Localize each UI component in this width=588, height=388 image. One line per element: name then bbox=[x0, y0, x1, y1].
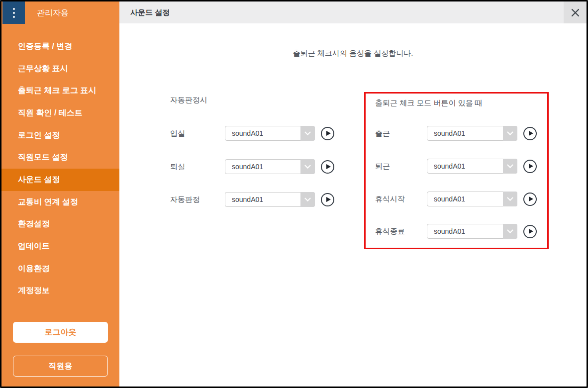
sound-select-clock-out[interactable]: soundA01 bbox=[427, 159, 517, 174]
sidebar: 관리자용 인증등록 / 변경 근무상황 표시 출퇴근 체크 로그 표시 직원 확… bbox=[1, 1, 119, 387]
close-icon bbox=[571, 8, 580, 17]
sound-select-auto-judge[interactable]: soundA01 bbox=[225, 192, 315, 207]
row-label: 입실 bbox=[170, 129, 225, 138]
sidebar-item-auth-register[interactable]: 인증등록 / 변경 bbox=[1, 35, 119, 58]
play-button-exit[interactable] bbox=[321, 160, 334, 174]
play-button-clock-out[interactable] bbox=[523, 160, 537, 173]
menu-button[interactable] bbox=[2, 1, 25, 24]
mode-section-title: 출퇴근 체크 모드 버튼이 있을 때 bbox=[375, 98, 483, 108]
sound-row-exit: 퇴실 soundA01 bbox=[170, 159, 334, 174]
sidebar-item-work-status[interactable]: 근무상황 표시 bbox=[1, 58, 119, 80]
play-icon bbox=[529, 229, 533, 234]
sidebar-item-staff-test[interactable]: 직원 확인 / 테스트 bbox=[1, 102, 119, 124]
sidebar-item-login-settings[interactable]: 로그인 설정 bbox=[1, 124, 119, 147]
highlight-box: 출퇴근 체크 모드 버튼이 있을 때 출근 soundA01 퇴근 soundA… bbox=[364, 92, 549, 249]
play-button-break-end[interactable] bbox=[523, 225, 537, 238]
play-button-auto-judge[interactable] bbox=[321, 193, 334, 206]
play-icon bbox=[326, 131, 331, 136]
play-icon bbox=[326, 164, 331, 169]
panel-titlebar: 사운드 설정 bbox=[119, 1, 587, 23]
play-icon bbox=[529, 164, 533, 169]
chevron-down-icon bbox=[300, 126, 315, 141]
sound-select-break-start[interactable]: soundA01 bbox=[427, 192, 517, 206]
sidebar-item-staff-mode-settings[interactable]: 직원모드 설정 bbox=[1, 146, 119, 169]
sound-row-auto-judge: 자동판정 soundA01 bbox=[170, 192, 334, 207]
chevron-down-icon bbox=[503, 224, 517, 239]
close-button[interactable] bbox=[564, 1, 587, 23]
sidebar-item-usage-environment[interactable]: 이용환경 bbox=[1, 258, 119, 280]
sound-select-exit[interactable]: soundA01 bbox=[225, 159, 315, 174]
sidebar-item-environment-settings[interactable]: 환경설정 bbox=[1, 213, 119, 236]
description-text: 출퇴근 체크시의 음성을 설정합니다. bbox=[119, 49, 587, 58]
sidebar-nav: 인증등록 / 변경 근무상황 표시 출퇴근 체크 로그 표시 직원 확인 / 테… bbox=[1, 35, 119, 302]
play-icon bbox=[326, 197, 331, 202]
chevron-down-icon bbox=[503, 159, 517, 174]
sound-row-break-start: 휴식시작 soundA01 bbox=[375, 192, 537, 206]
logout-button[interactable]: 로그아웃 bbox=[13, 322, 108, 343]
main-panel: 사운드 설정 출퇴근 체크시의 음성을 설정합니다. 자동판정시 입실 soun… bbox=[119, 1, 587, 387]
sound-row-clock-in: 출근 soundA01 bbox=[375, 126, 537, 141]
play-icon bbox=[529, 131, 533, 136]
sidebar-item-check-log[interactable]: 출퇴근 체크 로그 표시 bbox=[1, 80, 119, 102]
chevron-down-icon bbox=[503, 126, 517, 141]
sidebar-item-account-info[interactable]: 계정정보 bbox=[1, 280, 119, 302]
sound-select-clock-in[interactable]: soundA01 bbox=[427, 126, 517, 141]
play-icon bbox=[529, 196, 533, 201]
sound-row-break-end: 휴식종료 soundA01 bbox=[375, 224, 537, 239]
sound-row-clock-out: 퇴근 soundA01 bbox=[375, 159, 537, 174]
kebab-menu-icon bbox=[13, 8, 15, 18]
app-window: 관리자용 인증등록 / 변경 근무상황 표시 출퇴근 체크 로그 표시 직원 확… bbox=[0, 0, 588, 388]
chevron-down-icon bbox=[503, 192, 517, 206]
play-button-entry[interactable] bbox=[321, 127, 334, 140]
row-label: 휴식종료 bbox=[375, 227, 427, 236]
sidebar-item-transport-link[interactable]: 교통비 연계 설정 bbox=[1, 191, 119, 213]
row-label: 퇴실 bbox=[170, 162, 225, 172]
sound-row-entry: 입실 soundA01 bbox=[170, 126, 334, 141]
row-label: 휴식시작 bbox=[375, 194, 427, 204]
chevron-down-icon bbox=[300, 192, 315, 207]
row-label: 퇴근 bbox=[375, 162, 427, 171]
sidebar-title: 관리자용 bbox=[37, 1, 69, 24]
employee-mode-button[interactable]: 직원용 bbox=[13, 356, 108, 377]
row-label: 자동판정 bbox=[170, 195, 225, 204]
page-title: 사운드 설정 bbox=[130, 8, 170, 17]
play-button-clock-in[interactable] bbox=[523, 127, 537, 140]
row-label: 출근 bbox=[375, 129, 427, 138]
sound-select-break-end[interactable]: soundA01 bbox=[427, 224, 517, 239]
chevron-down-icon bbox=[300, 159, 315, 174]
auto-section-title: 자동판정시 bbox=[170, 96, 207, 105]
sidebar-item-update[interactable]: 업데이트 bbox=[1, 235, 119, 258]
sidebar-item-sound-settings[interactable]: 사운드 설정 bbox=[1, 169, 119, 191]
play-button-break-start[interactable] bbox=[523, 193, 537, 206]
sound-select-entry[interactable]: soundA01 bbox=[225, 126, 315, 141]
